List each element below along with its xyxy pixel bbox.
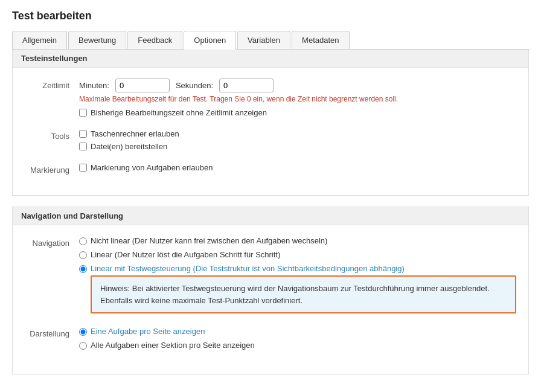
checkbox-zeitlimit-label: Bisherige Bearbeitungszeit ohne Zeitlimi…: [91, 108, 267, 117]
tab-feedback[interactable]: Feedback: [127, 31, 182, 49]
zeitlimit-label: Zeitlimit: [25, 79, 79, 90]
radio-linear-row: Linear (Der Nutzer löst die Aufgaben Sch…: [79, 250, 516, 259]
radio-linear[interactable]: [79, 251, 87, 259]
checkbox-datei-row: Datei(en) bereitstellen: [79, 142, 516, 151]
radio-eine-aufgabe-label: Eine Aufgabe pro Seite anzeigen: [91, 327, 205, 336]
tab-bar: Allgemein Bewertung Feedback Optionen Va…: [12, 31, 529, 50]
radio-alle-aufgaben[interactable]: [79, 342, 87, 350]
navigation-body: Navigation Nicht linear (Der Nutzer kann…: [13, 225, 528, 374]
testeinstellungen-header: Testeinstellungen: [13, 50, 528, 68]
sekunden-label: Sekunden:: [176, 81, 213, 90]
testwegsteuerung-info-text: Hinweis: Bei aktivierter Testwegsteuerun…: [100, 284, 490, 305]
minuten-label: Minuten:: [79, 81, 109, 90]
radio-alle-aufgaben-row: Alle Aufgaben einer Sektion pro Seite an…: [79, 341, 516, 350]
tab-variablen[interactable]: Variablen: [237, 31, 290, 49]
checkbox-zeitlimit-row: Bisherige Bearbeitungszeit ohne Zeitlimi…: [79, 108, 516, 117]
checkbox-datei-label: Datei(en) bereitstellen: [91, 142, 167, 151]
testwegsteuerung-info-box: Hinweis: Bei aktivierter Testwegsteuerun…: [91, 275, 516, 313]
sekunden-input[interactable]: [219, 79, 274, 92]
checkbox-zeitlimit[interactable]: [79, 109, 87, 117]
radio-linear-testwegsteuerung-content: Linear mit Testwegsteuerung (Die Teststr…: [91, 264, 516, 313]
tab-bewertung[interactable]: Bewertung: [68, 31, 126, 49]
tools-label: Tools: [25, 129, 79, 141]
radio-nicht-linear-row: Nicht linear (Der Nutzer kann frei zwisc…: [79, 236, 516, 245]
tab-metadaten[interactable]: Metadaten: [292, 31, 349, 49]
darstellung-row: Darstellung Eine Aufgabe pro Seite anzei…: [25, 327, 516, 355]
testeinstellungen-section: Testeinstellungen Zeitlimit Minuten: Sek…: [12, 50, 529, 196]
radio-eine-aufgabe[interactable]: [79, 328, 87, 336]
navigation-label: Navigation: [25, 236, 79, 248]
radio-eine-aufgabe-row: Eine Aufgabe pro Seite anzeigen: [79, 327, 516, 336]
markierung-label: Markierung: [25, 163, 79, 175]
tab-optionen[interactable]: Optionen: [184, 31, 236, 50]
checkbox-markierung-label: Markierung von Aufgaben erlauben: [91, 163, 213, 172]
radio-linear-testwegsteuerung-row: Linear mit Testwegsteuerung (Die Teststr…: [79, 264, 516, 313]
radio-linear-testwegsteuerung-label: Linear mit Testwegsteuerung (Die Teststr…: [91, 264, 405, 273]
radio-linear-label: Linear (Der Nutzer löst die Aufgaben Sch…: [91, 250, 280, 259]
navigation-section: Navigation und Darstellung Navigation Ni…: [12, 207, 529, 374]
page-title: Test bearbeiten: [12, 10, 529, 22]
time-inputs-row: Minuten: Sekunden:: [79, 79, 516, 92]
testeinstellungen-body: Zeitlimit Minuten: Sekunden: Maximale Be…: [13, 68, 528, 195]
tab-allgemein[interactable]: Allgemein: [12, 31, 67, 49]
checkbox-taschenrechner[interactable]: [79, 130, 87, 138]
checkbox-taschenrechner-label: Taschenrechner erlauben: [91, 129, 179, 138]
zeitlimit-row: Zeitlimit Minuten: Sekunden: Maximale Be…: [25, 79, 516, 121]
radio-nicht-linear[interactable]: [79, 237, 87, 245]
markierung-content: Markierung von Aufgaben erlauben: [79, 163, 516, 176]
checkbox-taschenrechner-row: Taschenrechner erlauben: [79, 129, 516, 138]
zeitlimit-hint: Maximale Bearbeitungszeit für den Test. …: [79, 95, 516, 103]
zeitlimit-content: Minuten: Sekunden: Maximale Bearbeitungs…: [79, 79, 516, 121]
tools-content: Taschenrechner erlauben Datei(en) bereit…: [79, 129, 516, 155]
markierung-row: Markierung Markierung von Aufgaben erlau…: [25, 163, 516, 176]
navigation-content: Nicht linear (Der Nutzer kann frei zwisc…: [79, 236, 516, 318]
darstellung-content: Eine Aufgabe pro Seite anzeigen Alle Auf…: [79, 327, 516, 355]
tools-row: Tools Taschenrechner erlauben Datei(en) …: [25, 129, 516, 155]
checkbox-markierung-row: Markierung von Aufgaben erlauben: [79, 163, 516, 172]
navigation-header: Navigation und Darstellung: [13, 207, 528, 225]
radio-linear-testwegsteuerung[interactable]: [79, 265, 87, 273]
radio-alle-aufgaben-label: Alle Aufgaben einer Sektion pro Seite an…: [91, 341, 255, 350]
navigation-row: Navigation Nicht linear (Der Nutzer kann…: [25, 236, 516, 318]
darstellung-label: Darstellung: [25, 327, 79, 338]
radio-nicht-linear-label: Nicht linear (Der Nutzer kann frei zwisc…: [91, 236, 327, 245]
minuten-input[interactable]: [115, 79, 170, 92]
checkbox-datei[interactable]: [79, 143, 87, 150]
checkbox-markierung[interactable]: [79, 164, 87, 172]
